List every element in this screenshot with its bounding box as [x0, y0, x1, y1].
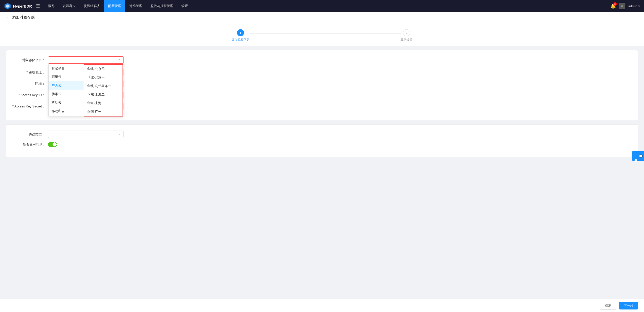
dropdown-col2: 华北-北京四 华北-北京一 华北-乌兰察布一 华东-上海二 华东-上海一 华南-…: [84, 64, 123, 116]
dropdown-sub-item-2[interactable]: 华北-乌兰察布一: [84, 82, 123, 90]
dropdown-item-mobile[interactable]: 移动云 ›: [49, 98, 84, 107]
step-2: 2 其它设置: [400, 29, 413, 42]
dropdown-item-mobile-label: 移动云: [52, 100, 61, 105]
menu-icon[interactable]: ☰: [36, 3, 40, 9]
nav-item-overview[interactable]: 概览: [44, 0, 59, 12]
platform-label: 对象存储平台：: [12, 58, 45, 62]
notification-badge: 3: [613, 2, 617, 6]
platform-select[interactable]: [48, 57, 123, 63]
nav-right-section: 🔔 3 A admin ▾: [610, 3, 640, 9]
mobile-chevron-right-icon: ›: [79, 101, 80, 104]
dropdown-sub-item-0[interactable]: 华北-北京四: [84, 65, 123, 73]
user-chevron-icon: ▾: [638, 4, 640, 8]
tls-toggle[interactable]: [48, 142, 57, 147]
protocol-select[interactable]: [48, 131, 124, 138]
online-service-button[interactable]: 💬 在线客服: [632, 151, 644, 161]
dropdown-sub-item-4[interactable]: 华东-上海一: [84, 99, 123, 107]
step-1-circle: 1: [237, 29, 244, 36]
stepper: 1 添加鉴权信息 2 其它设置: [0, 23, 644, 46]
access-key-secret-label: * Access Key Secret：: [12, 104, 45, 109]
tls-toggle-knob: [53, 142, 57, 146]
platform-row: 对象存储平台： ∧ 其它平台 阿里云 ›: [12, 56, 632, 64]
nav-item-monitor-alarm[interactable]: 监控与报警管理: [146, 0, 177, 12]
auth-form-card: 对象存储平台： ∧ 其它平台 阿里云 ›: [6, 50, 638, 120]
protocol-label: 协议类型：: [12, 132, 45, 137]
app-logo[interactable]: HyperBDR: [4, 3, 32, 10]
dropdown-item-aliyun-label: 阿里云: [52, 75, 61, 79]
dropdown-item-huawei[interactable]: 华为云 ›: [49, 81, 84, 90]
tls-label: 是否使用TLS：: [12, 142, 45, 147]
app-name: HyperBDR: [13, 4, 32, 8]
mobile-and-chevron-right-icon: ›: [79, 110, 80, 113]
logo-icon: [4, 3, 11, 10]
aliyun-chevron-right-icon: ›: [79, 75, 80, 79]
dropdown-sub-item-1[interactable]: 华北-北京一: [84, 73, 123, 82]
protocol-select-wrapper[interactable]: ∨: [48, 131, 124, 138]
nav-item-ops-mgmt[interactable]: 运维管理: [125, 0, 146, 12]
step-2-label: 其它设置: [400, 38, 413, 42]
access-key-id-label: * Access Key ID：: [12, 93, 45, 97]
platform-dropdown-menu: 其它平台 阿里云 › 华为云 › 腾讯云 ›: [48, 64, 123, 117]
step-1-label: 添加鉴权信息: [231, 38, 250, 42]
dropdown-item-mobile-and-label: 移动和云: [52, 109, 65, 113]
region-label: 区域：: [12, 82, 45, 86]
huawei-chevron-right-icon: ›: [79, 84, 80, 87]
dropdown-item-tencent[interactable]: 腾讯云 ›: [49, 90, 84, 98]
step-line: [250, 33, 400, 33]
auth-address-label: * 鉴权地址：: [12, 70, 45, 75]
tencent-chevron-right-icon: ›: [79, 93, 80, 96]
protocol-form-card: 协议类型： ∨ 是否使用TLS：: [6, 124, 638, 157]
dropdown-item-mobile-and[interactable]: 移动和云 ›: [49, 107, 84, 115]
nav-item-config-mgmt[interactable]: 配置管理: [104, 0, 125, 12]
user-avatar: A: [619, 3, 625, 9]
notification-bell[interactable]: 🔔 3: [610, 3, 616, 9]
dropdown-item-aliyun[interactable]: 阿里云 ›: [49, 73, 84, 81]
protocol-row: 协议类型： ∨: [12, 131, 632, 138]
main-content: 对象存储平台： ∧ 其它平台 阿里云 ›: [0, 46, 644, 165]
back-button[interactable]: ←: [6, 15, 10, 20]
dropdown-item-huawei-label: 华为云: [52, 83, 61, 88]
platform-select-wrapper[interactable]: ∧ 其它平台 阿里云 › 华为云 ›: [48, 56, 124, 64]
dropdown-sub-item-5[interactable]: 华南-广州: [84, 107, 123, 116]
dropdown-sub-item-3[interactable]: 华东-上海二: [84, 90, 123, 99]
step-1: 1 添加鉴权信息: [231, 29, 250, 42]
nav-item-settings[interactable]: 设置: [177, 0, 192, 12]
step-2-circle: 2: [403, 29, 410, 36]
nav-item-resource-group-dr[interactable]: 资源组容灾: [80, 0, 104, 12]
top-navigation: HyperBDR ☰ 概览 资源容灾 资源组容灾 配置管理 运维管理 监控与报警…: [0, 0, 644, 12]
page-title: 添加对象存储: [12, 15, 35, 20]
page-header: ← 添加对象存储: [0, 12, 644, 23]
dropdown-col1: 其它平台 阿里云 › 华为云 › 腾讯云 ›: [49, 64, 84, 116]
dropdown-item-other[interactable]: 其它平台: [49, 64, 84, 73]
username: admin: [628, 4, 637, 8]
dropdown-item-other-label: 其它平台: [52, 66, 65, 71]
user-menu[interactable]: admin ▾: [628, 4, 640, 8]
online-service-icon: 💬: [639, 154, 642, 158]
nav-item-resource-dr[interactable]: 资源容灾: [59, 0, 80, 12]
tls-row: 是否使用TLS：: [12, 142, 632, 147]
dropdown-item-tencent-label: 腾讯云: [52, 92, 61, 96]
